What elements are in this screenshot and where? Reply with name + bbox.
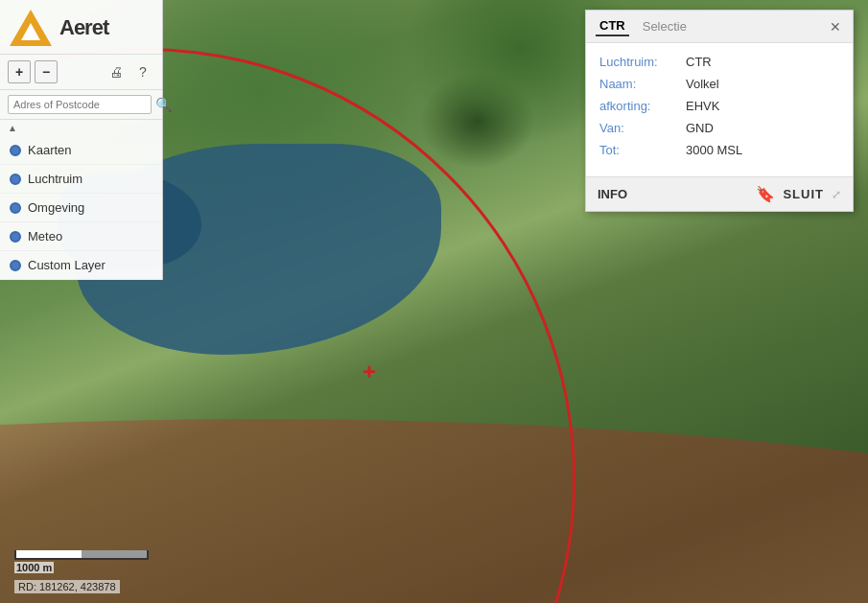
- panel-header: CTR Selectie ✕: [586, 11, 853, 43]
- panel-body: Luchtruim: CTR Naam: Volkel afkorting: E…: [586, 43, 853, 176]
- footer-close-button[interactable]: SLUIT: [783, 187, 824, 201]
- value-van: GND: [686, 121, 714, 135]
- label-luchtruim: Luchtruim:: [599, 55, 686, 69]
- footer-actions: 🔖 SLUIT ⤢: [756, 185, 841, 203]
- value-luchtruim: CTR: [686, 55, 712, 69]
- sidebar-item-kaarten-label: Kaarten: [28, 143, 72, 157]
- label-afkorting: afkorting:: [599, 99, 686, 113]
- panel-row-van: Van: GND: [599, 121, 839, 135]
- scale-bar: 1000 m: [14, 550, 149, 574]
- menu-dot-custom-layer: [10, 260, 21, 271]
- info-panel: CTR Selectie ✕ Luchtruim: CTR Naam: Volk…: [585, 10, 854, 212]
- search-area: 🔍: [0, 90, 162, 120]
- menu-dot-omgeving: [10, 202, 21, 214]
- label-van: Van:: [599, 121, 686, 135]
- search-input[interactable]: [8, 95, 152, 114]
- panel-row-luchtruim: Luchtruim: CTR: [599, 55, 839, 69]
- map-crosshair: +: [363, 360, 376, 383]
- label-naam: Naam:: [599, 77, 686, 91]
- sidebar-item-custom-layer-label: Custom Layer: [28, 258, 106, 272]
- left-panel: Aeret + − 🖨 ? 🔍 ▲ Kaarten Luchtruim Omge…: [0, 0, 163, 280]
- bookmark-icon[interactable]: 🔖: [756, 185, 775, 203]
- footer-info-label: INFO: [598, 187, 627, 201]
- zoom-in-button[interactable]: +: [8, 60, 31, 83]
- scale-bar-line: [14, 550, 149, 560]
- tab-ctr[interactable]: CTR: [596, 16, 629, 36]
- panel-tabs: CTR Selectie: [596, 16, 691, 36]
- sidebar-item-luchtruim[interactable]: Luchtruim: [0, 165, 162, 194]
- sidebar-item-meteo[interactable]: Meteo: [0, 222, 162, 251]
- menu-dot-meteo: [10, 231, 21, 243]
- logo-triangle-icon: [10, 10, 52, 46]
- search-button[interactable]: 🔍: [155, 95, 172, 114]
- sidebar-item-luchtruim-label: Luchtruim: [28, 172, 82, 186]
- logo-area: Aeret: [0, 0, 162, 55]
- collapse-arrow[interactable]: ▲: [0, 120, 162, 136]
- menu-dot-kaarten: [10, 145, 21, 156]
- label-tot: Tot:: [599, 143, 686, 157]
- zoom-out-button[interactable]: −: [35, 60, 58, 83]
- sidebar-item-meteo-label: Meteo: [28, 229, 62, 244]
- panel-close-button[interactable]: ✕: [828, 19, 843, 35]
- map-toolbar: + − 🖨 ?: [0, 55, 162, 90]
- sidebar-item-custom-layer[interactable]: Custom Layer: [0, 251, 162, 280]
- value-afkorting: EHVK: [686, 99, 719, 113]
- panel-footer: INFO 🔖 SLUIT ⤢: [586, 176, 853, 211]
- panel-row-tot: Tot: 3000 MSL: [599, 143, 839, 157]
- tab-selectie[interactable]: Selectie: [639, 17, 691, 35]
- sidebar-item-omgeving[interactable]: Omgeving: [0, 194, 162, 222]
- logo-text: Aeret: [59, 15, 108, 40]
- resize-handle[interactable]: ⤢: [832, 188, 841, 201]
- value-tot: 3000 MSL: [686, 143, 742, 157]
- sidebar-item-kaarten[interactable]: Kaarten: [0, 136, 162, 165]
- help-icon[interactable]: ?: [131, 60, 154, 83]
- menu-dot-luchtruim: [10, 174, 21, 185]
- print-icon[interactable]: 🖨: [105, 60, 128, 83]
- value-naam: Volkel: [686, 77, 719, 91]
- panel-row-naam: Naam: Volkel: [599, 77, 839, 91]
- panel-row-afkorting: afkorting: EHVK: [599, 99, 839, 113]
- sidebar-item-omgeving-label: Omgeving: [28, 200, 84, 215]
- map-coordinates: RD: 181262, 423878: [14, 580, 120, 593]
- scale-bar-label: 1000 m: [14, 562, 54, 573]
